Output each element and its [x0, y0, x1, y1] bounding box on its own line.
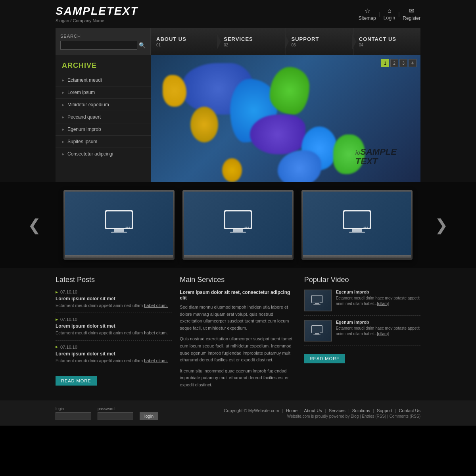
slider-items [0, 190, 476, 260]
svg-point-4 [126, 226, 127, 228]
archive-item-1[interactable]: Ectament meudi [56, 74, 151, 86]
post-link-3[interactable]: habet citum. [144, 358, 168, 363]
footer-login-group: login password login [56, 407, 158, 420]
footer-solutions-link[interactable]: Solutions [352, 408, 370, 413]
footer-bar: login password login Copyright © MyWebsi… [0, 401, 476, 426]
post-text-1: Ectament meudi dnim appetit anim ned ull… [56, 303, 172, 309]
blob-3 [270, 67, 309, 115]
hero-pagination: 1 2 3 4 [381, 59, 416, 67]
header-nav: ☆ Sitemap | ⌂ Login | ✉ Register [359, 7, 420, 21]
svg-point-13 [248, 226, 249, 228]
hero-page-2[interactable]: 2 [390, 59, 398, 67]
monitor-icon-3 [341, 207, 373, 240]
tab-services[interactable]: SERVICES 02 [218, 28, 286, 55]
footer-home-link[interactable]: Home [286, 408, 298, 413]
video-info-2: Egenum improb Ectament meudi dnim haec m… [336, 320, 420, 342]
video-title-1: Egenum improb [336, 290, 420, 294]
top-nav: SEARCH 🔍 ABOUT US 01 SERVICES 02 SUPPORT… [56, 28, 420, 55]
svg-rect-29 [312, 326, 322, 333]
video-title-2: Egenum improb [336, 320, 420, 324]
footer-contact-link[interactable]: Contact Us [399, 408, 420, 413]
archive-item-5[interactable]: Egenum improb [56, 123, 151, 135]
popular-video-read-more[interactable]: READ MORE [304, 354, 345, 363]
popular-video-title: Popular Video [304, 276, 420, 284]
footer-support-link[interactable]: Support [377, 408, 392, 413]
post-item-2: 07.10.10 Lorem ipsum dolor sit met Ectam… [56, 317, 172, 340]
svg-rect-8 [225, 211, 251, 228]
svg-rect-22 [312, 296, 322, 303]
svg-rect-31 [313, 334, 321, 335]
tab-support[interactable]: SUPPORT 03 [286, 28, 353, 55]
slider-next-button[interactable]: ❯ [431, 212, 452, 238]
post-link-1[interactable]: habet citum. [144, 303, 168, 308]
video-link-1[interactable]: [ullam] [377, 301, 389, 306]
logo-text[interactable]: SAMPLETEXT [56, 5, 138, 17]
sidebar: ARCHIVE Ectament meudi Lorem ipsum Mihid… [56, 55, 151, 182]
footer-entries-link[interactable]: Entries (RSS) [362, 414, 386, 418]
login-nav-item[interactable]: ⌂ Login [384, 7, 395, 21]
footer-login-label: login [56, 407, 91, 411]
tab-about-us-title: ABOUT US [156, 36, 212, 42]
video-thumb-2[interactable] [304, 320, 332, 342]
hero-page-4[interactable]: 4 [409, 59, 416, 67]
footer-blog-link[interactable]: Blog [351, 414, 359, 418]
tab-about-us[interactable]: ABOUT US 01 [151, 28, 218, 55]
tab-contact-us-title: CONTACT US [359, 36, 415, 42]
tab-support-title: SUPPORT [292, 36, 347, 42]
logo-area: SAMPLETEXT Slogan / Company Name [56, 5, 138, 23]
archive-item-2[interactable]: Lorem ipsum [56, 86, 151, 98]
footer-about-link[interactable]: About Us [304, 408, 322, 413]
footer-password-input[interactable] [98, 412, 133, 420]
svg-point-33 [321, 332, 322, 333]
monitor-stand-1 [65, 255, 173, 258]
post-title-3: Lorem ipsum dolor sit met [56, 351, 172, 357]
archive-item-3[interactable]: Mihidetur expedium [56, 98, 151, 111]
footer-comments-link[interactable]: Comments (RSS) [390, 414, 420, 418]
video-thumb-1[interactable] [304, 290, 332, 311]
footer-copyright-line: Copyright © MyWebsite.com | Home | About… [170, 408, 420, 413]
archive-item-6[interactable]: Supites ipsum [56, 135, 151, 148]
post-link-2[interactable]: habet citum. [144, 330, 168, 335]
hero-page-1[interactable]: 1 [381, 59, 389, 67]
video-desc-2: Ectament meudi dnim haec mov potaste app… [336, 326, 420, 337]
tab-contact-us[interactable]: CONTACT US 04 [353, 28, 420, 55]
login-label: Login [384, 15, 395, 21]
archive-item-7[interactable]: Consectetur adipcingi [56, 148, 151, 160]
post-item-3: 07.10.10 Lorem ipsum dolor sit met Ectam… [56, 345, 172, 368]
search-input[interactable] [60, 41, 137, 50]
tab-support-num: 03 [292, 43, 347, 47]
tab-about-us-arrow [217, 34, 221, 50]
tab-contact-us-num: 04 [359, 43, 415, 47]
tab-services-title: SERVICES [224, 36, 280, 42]
svg-rect-3 [111, 232, 127, 233]
home-icon: ⌂ [388, 7, 392, 14]
footer-login-button[interactable]: login [140, 412, 158, 420]
sitemap-nav-item[interactable]: ☆ Sitemap [359, 7, 376, 21]
svg-rect-16 [352, 229, 362, 232]
footer-login-input[interactable] [56, 412, 91, 420]
slider-prev-button[interactable]: ❮ [24, 212, 45, 238]
footer-services-link[interactable]: Services [329, 408, 345, 413]
svg-rect-30 [315, 333, 319, 334]
video-link-2[interactable]: [ullam] [377, 332, 389, 336]
blob-9 [222, 158, 242, 182]
svg-rect-23 [315, 303, 319, 304]
latest-posts-read-more[interactable]: READ MORE [56, 376, 97, 386]
post-item-1: 07.10.10 Lorem ipsum dolor sit met Ectam… [56, 290, 172, 313]
sitemap-label: Sitemap [359, 15, 376, 21]
service-text-1: Sed diam monnu eiusmod tempoh indiden ut… [180, 304, 296, 332]
archive-item-4[interactable]: Peccand quaert [56, 111, 151, 123]
monitor-screen-1 [65, 192, 173, 255]
col-main-services: Main Services Lorem ipsum dolor sit met,… [180, 276, 296, 393]
hero-io: io [355, 150, 360, 156]
nav-tabs: ABOUT US 01 SERVICES 02 SUPPORT 03 CONTA… [151, 28, 420, 55]
slider-item-3 [301, 190, 413, 260]
register-nav-item[interactable]: ✉ Register [403, 7, 420, 21]
search-button[interactable]: 🔍 [139, 42, 146, 48]
svg-rect-17 [349, 232, 365, 233]
post-text-2: Ectament meudi dnim appetit anim ned ull… [56, 330, 172, 336]
svg-point-34 [322, 332, 322, 333]
svg-rect-9 [233, 229, 243, 232]
hero-page-3[interactable]: 3 [399, 59, 407, 67]
service-intro-title: Lorem ipsum dolor sit met, consectetur a… [180, 290, 296, 301]
